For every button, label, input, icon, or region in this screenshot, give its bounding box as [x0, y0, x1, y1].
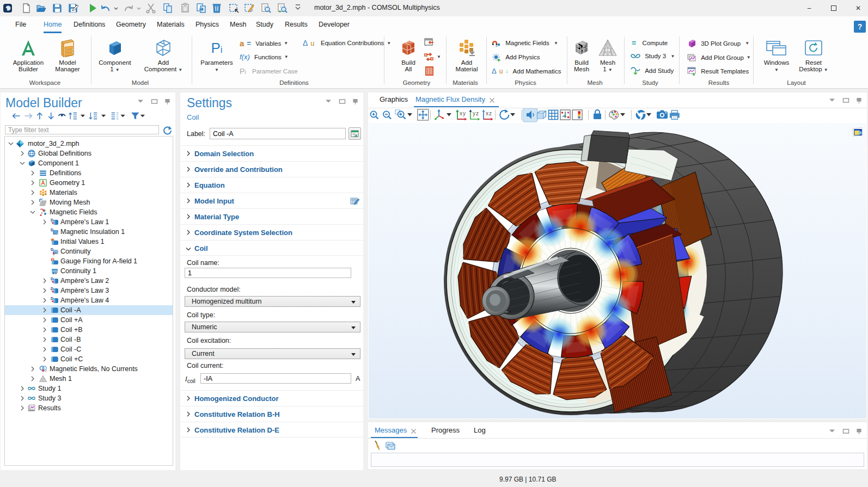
svg-text:z: z	[489, 110, 492, 116]
svg-text:D: D	[51, 218, 53, 222]
svg-text:x: x	[486, 110, 488, 116]
svg-text:z: z	[476, 110, 479, 116]
svg-text:D: D	[51, 277, 53, 281]
svg-text:y: y	[463, 110, 466, 116]
svg-text:DC: DC	[53, 232, 58, 235]
svg-text:y: y	[473, 110, 475, 116]
svg-text:x: x	[460, 110, 462, 116]
svg-text:D: D	[51, 287, 53, 291]
svg-text:D: D	[51, 297, 53, 300]
